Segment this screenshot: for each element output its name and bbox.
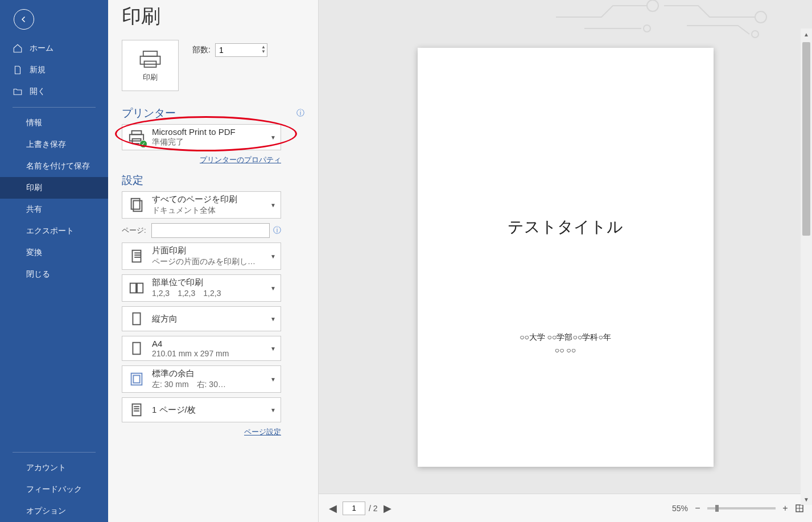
sidebar-item-info[interactable]: 情報 [0,112,108,134]
margins-dropdown[interactable]: 標準の余白左: 30 mm 右: 30… ▼ [122,365,281,393]
sidebar-item-open[interactable]: 開く [0,81,108,102]
collate-dropdown[interactable]: 部単位で印刷1,2,3 1,2,3 1,2,3 ▼ [122,274,281,302]
chevron-down-icon: ▼ [270,376,276,383]
chevron-down-icon: ▼ [270,316,276,322]
paper-size-dropdown[interactable]: A4210.01 mm x 297 mm ▼ [122,336,281,361]
collate-icon [127,278,146,298]
vertical-scrollbar[interactable]: ▲ ▼ [801,40,812,494]
sidebar-label: 名前を付けて保存 [26,161,90,171]
next-page-button[interactable]: ▶ [381,502,394,515]
printer-properties-link[interactable]: プリンターのプロパティ [122,155,281,165]
spinner-down-icon[interactable]: ▼ [261,50,266,54]
sidebar-item-new[interactable]: 新規 [0,59,108,81]
svg-rect-0 [143,51,158,56]
orientation-dropdown[interactable]: 縦方向 ▼ [122,306,281,331]
divider [13,452,96,453]
sidebar-item-home[interactable]: ホーム [0,38,108,59]
dropdown-line1: 片面印刷 [152,245,265,256]
sidebar-item-export[interactable]: エクスポート [0,220,108,242]
zoom-in-button[interactable]: + [780,503,790,513]
page-setup-link[interactable]: ページ設定 [122,427,281,437]
svg-rect-8 [133,250,141,262]
svg-rect-18 [133,404,141,416]
sidebar-label: ホーム [30,43,53,54]
dropdown-line2: ページの片面のみを印刷し… [152,257,265,267]
scrollbar-down-icon[interactable]: ▼ [801,494,812,505]
sidebar-item-share[interactable]: 共有 [0,199,108,220]
info-icon[interactable]: ⓘ [273,225,281,236]
printer-status-text: 準備完了 [152,137,265,147]
chevron-down-icon: ▼ [270,285,276,291]
sidebar-item-feedback[interactable]: フィードバック [0,479,108,500]
doc-title: テストタイトル [418,216,714,238]
printer-status-icon [127,128,146,147]
printer-section-label: プリンター ⓘ [122,106,304,121]
dropdown-line2: 210.01 mm x 297 mm [152,349,265,358]
dropdown-line2: ドキュメント全体 [152,205,265,216]
preview-viewport[interactable]: テストタイトル ○○大学 ○○学部○○学科○年 ○○ ○○ [319,0,812,494]
svg-rect-3 [132,131,142,135]
sidebar-label: エクスポート [26,226,74,236]
page-title: 印刷 [122,3,304,30]
sidebar-label: 閉じる [26,269,50,280]
scrollbar-thumb[interactable] [802,42,810,236]
duplex-dropdown[interactable]: 片面印刷ページの片面のみを印刷し… ▼ [122,242,281,270]
copies-spinner[interactable]: ▲ ▼ [215,43,267,57]
sidebar-item-options[interactable]: オプション [0,500,108,522]
svg-rect-17 [133,375,139,383]
chevron-down-icon: ▼ [270,134,276,141]
print-button[interactable]: 印刷 [122,40,179,91]
copies-input[interactable] [216,44,258,56]
backstage-sidebar: ホーム 新規 開く 情報 上書き保存 名前を付けて保存 印刷 共有 エクスポート… [0,0,108,522]
printer-dropdown[interactable]: Microsoft Print to PDF 準備完了 ▼ [122,124,281,150]
settings-section-label: 設定 [122,173,304,188]
sidebar-label: オプション [26,506,66,516]
sidebar-label: 変換 [26,248,42,258]
current-page-input[interactable] [343,502,365,515]
page-preview: テストタイトル ○○大学 ○○学部○○学科○年 ○○ ○○ [418,48,714,467]
doc-author: ○○ ○○ [418,346,714,355]
prev-page-button[interactable]: ◀ [327,502,339,515]
divider [13,107,96,108]
section-label-text: 設定 [122,173,143,188]
zoom-out-button[interactable]: − [693,503,703,513]
sidebar-label: 印刷 [26,183,42,193]
sidebar-label: 共有 [26,204,42,215]
preview-footer: ◀ / 2 ▶ 55% − + [319,494,812,522]
total-pages-label: / 2 [369,504,378,513]
sidebar-item-print[interactable]: 印刷 [0,177,108,199]
dropdown-line1: A4 [152,339,265,348]
sidebar-item-account[interactable]: アカウント [0,457,108,479]
chevron-down-icon: ▼ [270,346,276,352]
pages-input-row: ページ: ⓘ [122,223,281,238]
main-area: 印刷 印刷 部数: ▲ ▼ プリンター ⓘ [108,0,812,522]
back-arrow-icon [19,14,29,24]
dropdown-line1: 1 ページ/枚 [152,405,265,416]
sidebar-item-convert[interactable]: 変換 [0,242,108,264]
pages-input[interactable] [151,223,270,238]
zoom-slider-handle[interactable] [715,505,719,512]
info-icon[interactable]: ⓘ [296,108,304,118]
open-folder-icon [13,87,23,97]
paper-icon [127,339,146,358]
sidebar-item-save[interactable]: 上書き保存 [0,134,108,155]
zoom-percent-label: 55% [672,504,688,513]
dropdown-line1: 部単位で印刷 [152,277,265,288]
section-label-text: プリンター [122,106,176,121]
dropdown-line1: 縦方向 [152,314,265,324]
portrait-icon [127,309,146,328]
zoom-slider[interactable] [707,507,776,509]
back-button[interactable] [14,9,34,30]
printer-icon [138,48,162,70]
print-range-dropdown[interactable]: すべてのページを印刷ドキュメント全体 ▼ [122,191,281,219]
pages-per-sheet-dropdown[interactable]: 1 ページ/枚 ▼ [122,397,281,422]
sidebar-item-save-as[interactable]: 名前を付けて保存 [0,155,108,177]
svg-rect-14 [133,313,140,325]
printer-name: Microsoft Print to PDF [152,127,265,137]
svg-rect-13 [137,283,143,293]
scrollbar-up-icon[interactable]: ▲ [801,28,812,40]
sidebar-label: 開く [30,87,46,97]
sidebar-item-close[interactable]: 閉じる [0,264,108,285]
sidebar-label: 新規 [30,65,46,75]
one-side-icon [127,246,146,266]
